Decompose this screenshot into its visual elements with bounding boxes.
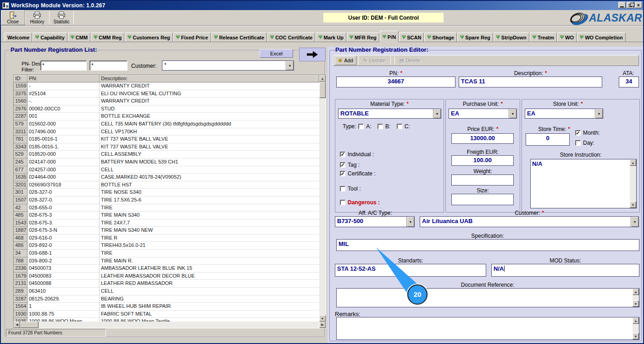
- tab-fixed-price[interactable]: ΨFixed Price: [173, 33, 211, 42]
- dropdown-arrow-icon[interactable]: ▼: [509, 109, 516, 118]
- purchase-unit-combobox[interactable]: EA ▼: [449, 109, 517, 119]
- table-row[interactable]: 15641IB WHEEL HUB SHIM REPAIR: [14, 303, 319, 311]
- update-button[interactable]: ✎ Update: [361, 56, 389, 65]
- remarks-textarea[interactable]: ▲ ▼: [336, 317, 639, 340]
- aff-ac-type-combobox[interactable]: B737-500 ▼: [335, 216, 415, 227]
- column-header-id[interactable]: ID:: [14, 75, 28, 82]
- day-checkbox[interactable]: [575, 140, 581, 146]
- table-row[interactable]: 1887028-675-3-NTIRE MAIN S340 NEW: [14, 227, 319, 235]
- table-row[interactable]: 213104500088LEATHER RED AMBASSADOR: [14, 280, 319, 288]
- type-c-checkbox[interactable]: [397, 124, 402, 129]
- delete-button[interactable]: ▤ Delete: [397, 56, 423, 65]
- table-row[interactable]: 2287001BOTTLE EXCHANGE: [14, 113, 319, 120]
- table-row[interactable]: 3201026690/37918BOTTLE HST: [14, 181, 319, 189]
- table-row[interactable]: 245024147-000BATTERY MAIN MODEL 539 CH1: [14, 158, 319, 166]
- table-row[interactable]: 485028-675-3TIRE MAIN S340: [14, 212, 319, 219]
- tool-checkbox[interactable]: [340, 186, 345, 191]
- tab-wo[interactable]: ΨWO: [557, 33, 577, 42]
- table-row[interactable]: 579015602-000CELL 735 MAIN BATTERY (36) …: [14, 120, 319, 128]
- scroll-left-icon[interactable]: ◀: [14, 322, 20, 328]
- tag-checkbox[interactable]: ✓: [340, 162, 345, 168]
- table-row[interactable]: 788039-800-2TIRE MAIN R.: [14, 257, 319, 265]
- table-row[interactable]: 33430185-0016-1.KIT 737 WASTE BALL VALVE: [14, 143, 319, 151]
- table-row[interactable]: 3375#25104ELI OU INVOICE METAL CUTTING: [14, 90, 319, 98]
- table-row[interactable]: 486029-892-0TIREH43.5x16.0-21: [14, 242, 319, 250]
- price-field[interactable]: 13000.00: [451, 133, 514, 144]
- scrollbar-track[interactable]: [39, 322, 319, 328]
- table-vertical-scrollbar[interactable]: ▲ ▼: [319, 75, 326, 322]
- close-button[interactable]: Close: [1, 10, 25, 25]
- scrollbar-track[interactable]: [319, 98, 326, 315]
- pn-filter-input[interactable]: [40, 60, 87, 71]
- table-row[interactable]: 1560-.WARRANTY CREDIT: [14, 98, 319, 105]
- minimize-button[interactable]: [618, 2, 626, 8]
- add-button[interactable]: ✱ Add: [335, 56, 356, 65]
- table-row[interactable]: 167904500083LEATHER AMBASSADOR DECOR BLU…: [14, 273, 319, 280]
- weight-field[interactable]: [451, 175, 514, 186]
- table-row[interactable]: 3311017496-000CELL VP170KH: [14, 128, 319, 136]
- table-row[interactable]: 42028-655-0TIRE: [14, 204, 319, 212]
- apply-filter-button[interactable]: [299, 48, 326, 61]
- tab-shortage[interactable]: ΨShortage: [424, 33, 457, 42]
- textarea-scrollbar[interactable]: ▲ ▼: [633, 289, 639, 307]
- material-type-combobox[interactable]: ROTABLE ▼: [338, 109, 441, 119]
- dropdown-arrow-icon[interactable]: ▼: [631, 217, 638, 227]
- scroll-down-icon[interactable]: ▼: [319, 315, 326, 322]
- tab-customers-reg[interactable]: ΨCustomers Reg: [125, 33, 172, 42]
- dangerous-checkbox[interactable]: [340, 200, 345, 205]
- individual-checkbox[interactable]: ✓: [340, 152, 345, 157]
- scroll-down-icon[interactable]: ▼: [630, 202, 636, 208]
- textarea-scrollbar[interactable]: ▲ ▼: [633, 317, 639, 339]
- table-row[interactable]: 34039-688-1TIRE: [14, 250, 319, 257]
- tab-stripdown[interactable]: ΨStripDown: [494, 33, 529, 42]
- textarea-scrollbar[interactable]: ▲ ▼: [630, 159, 636, 208]
- store-unit-combobox[interactable]: EA ▼: [525, 109, 603, 119]
- scroll-up-icon[interactable]: ▲: [633, 289, 639, 295]
- table-row[interactable]: 1543028-675-3.TIRE 24X7,7: [14, 219, 319, 227]
- certificate-checkbox[interactable]: ✓: [340, 171, 345, 176]
- size-field[interactable]: [451, 194, 514, 205]
- month-checkbox[interactable]: ✓: [575, 130, 581, 136]
- table-row[interactable]: 677024257-000CELL: [14, 166, 319, 174]
- restore-button[interactable]: [627, 2, 634, 8]
- tab-mfr-reg[interactable]: ΨMFR Reg: [347, 33, 379, 42]
- dropdown-arrow-icon[interactable]: ▼: [433, 109, 441, 118]
- scrollbar-thumb[interactable]: [319, 82, 326, 98]
- pn-field[interactable]: 34667: [336, 76, 455, 87]
- table-row[interactable]: 233604500073AMBASSADOR LEATHER BLUE INK …: [14, 265, 319, 273]
- standarts-field[interactable]: STA 12-52-AS: [335, 264, 486, 277]
- statistic-button[interactable]: Statistic: [50, 10, 73, 25]
- tab-welcome[interactable]: Welcome: [5, 33, 32, 42]
- customer-filter-combobox[interactable]: * ▼: [162, 60, 294, 71]
- tab-spare-reg[interactable]: ΨSpare Reg: [457, 33, 493, 42]
- specification-field[interactable]: MIL: [336, 239, 639, 251]
- document-reference-textarea[interactable]: ▲ ▼: [336, 288, 639, 307]
- tab-wo-completion[interactable]: ΨWO Completion: [577, 33, 626, 42]
- type-b-checkbox[interactable]: [378, 124, 383, 129]
- tab-mark-up[interactable]: ΨMark Up: [316, 33, 346, 42]
- table-row[interactable]: 7810185-0016-1KIT 737 WASTE BALL VALVE: [14, 136, 319, 143]
- column-header-pn[interactable]: PN:: [28, 75, 100, 82]
- table-row[interactable]: 1507028-327-0.TIRE 17.5X6.25-6: [14, 197, 319, 204]
- store-instruction-textarea[interactable]: N/A ▲ ▼: [530, 159, 637, 208]
- table-row[interactable]: 468029-616-0TIRE R: [14, 235, 319, 242]
- history-button[interactable]: History: [25, 10, 49, 25]
- column-header-description[interactable]: Description:: [100, 75, 319, 82]
- scroll-up-icon[interactable]: ▲: [319, 75, 326, 82]
- tab-coc-certificate[interactable]: ΨCOC Certificate: [267, 33, 315, 42]
- table-row[interactable]: 19301000.88.75FABRIC SOFT METAL: [14, 311, 319, 318]
- table-row[interactable]: 301028-327-0TIRE NOSE S340: [14, 189, 319, 197]
- scroll-down-icon[interactable]: ▼: [633, 300, 639, 307]
- tab-capability[interactable]: ΨCapability: [33, 33, 67, 42]
- tab-scan[interactable]: ΨSCAN: [399, 33, 424, 42]
- freight-field[interactable]: 100.00: [451, 155, 514, 166]
- dropdown-arrow-icon[interactable]: ▼: [595, 109, 603, 118]
- scroll-up-icon[interactable]: ▲: [630, 159, 636, 166]
- description-filter-input[interactable]: [89, 60, 128, 71]
- scroll-up-icon[interactable]: ▲: [633, 317, 639, 324]
- mod-status-field[interactable]: N/A: [491, 264, 639, 277]
- table-horizontal-scrollbar[interactable]: ◀ ▶: [14, 322, 326, 328]
- tab-cmm[interactable]: ΨCMM: [68, 33, 90, 42]
- scroll-down-icon[interactable]: ▼: [633, 333, 639, 339]
- type-a-checkbox[interactable]: [358, 124, 364, 129]
